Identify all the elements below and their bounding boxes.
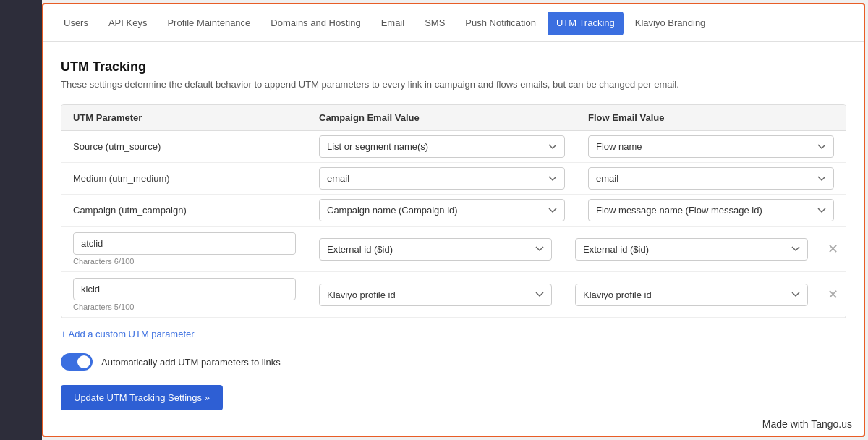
param-input-wrapper-1: Characters 6/100 <box>73 232 296 266</box>
th-campaign: Campaign Email Value <box>307 105 576 130</box>
utm-table: UTM Parameter Campaign Email Value Flow … <box>61 104 846 318</box>
td-campaign-campaign: Campaign name (Campaign id) List or segm… <box>307 195 576 226</box>
page-description: These settings determine the default beh… <box>61 79 846 90</box>
update-settings-button[interactable]: Update UTM Tracking Settings » <box>61 385 223 410</box>
td-flow-campaign: Flow message name (Flow message id) Flow… <box>576 195 846 226</box>
tab-utm-tracking[interactable]: UTM Tracking <box>548 12 624 35</box>
select-campaign-source[interactable]: List or segment name(s) Campaign name (C… <box>319 135 565 158</box>
char-count-1: Characters 6/100 <box>73 257 296 266</box>
table-row-medium: Medium (utm_medium) email List or segmen… <box>61 163 846 195</box>
delete-custom-2-button[interactable]: ✕ <box>820 284 846 305</box>
toggle-slider <box>61 353 93 371</box>
td-custom-param-2: Characters 5/100 <box>61 272 307 317</box>
table-row-custom-1: Characters 6/100 External id ($id) List … <box>61 227 846 272</box>
toggle-label: Automatically add UTM parameters to link… <box>101 357 281 368</box>
char-count-2: Characters 5/100 <box>73 302 296 311</box>
table-row-custom-2: Characters 5/100 Klaviyo profile id List… <box>61 272 846 318</box>
td-campaign-custom-1: External id ($id) List or segment name(s… <box>307 234 563 265</box>
custom-param-input-2[interactable] <box>73 278 296 300</box>
td-campaign-medium: email List or segment name(s) Campaign n… <box>307 163 576 194</box>
tab-email[interactable]: Email <box>373 7 414 40</box>
custom-param-input-1[interactable] <box>73 232 296 255</box>
td-flow-custom-1: External id ($id) Flow name email Flow m… <box>563 234 820 265</box>
utm-toggle[interactable] <box>61 353 93 371</box>
table-row-source: Source (utm_source) List or segment name… <box>61 131 846 163</box>
table-row-campaign: Campaign (utm_campaign) Campaign name (C… <box>61 195 846 227</box>
td-campaign-source: List or segment name(s) Campaign name (C… <box>307 131 576 162</box>
param-input-wrapper-2: Characters 5/100 <box>73 278 296 311</box>
select-campaign-custom-1[interactable]: External id ($id) List or segment name(s… <box>319 238 552 261</box>
sidebar-item-3 <box>0 72 42 109</box>
sidebar-item-2 <box>0 36 42 72</box>
select-flow-custom-2[interactable]: Klaviyo profile id Flow name email Flow … <box>575 284 808 306</box>
add-custom-param-link[interactable]: + Add a custom UTM parameter <box>61 329 195 339</box>
sidebar-item-1 <box>0 0 42 36</box>
tab-domains-hosting[interactable]: Domains and Hosting <box>262 7 369 40</box>
tab-push-notification[interactable]: Push Notification <box>456 7 545 40</box>
select-campaign-custom-2[interactable]: Klaviyo profile id List or segment name(… <box>319 284 552 306</box>
select-flow-source[interactable]: Flow name email Flow message name (Flow … <box>588 135 834 158</box>
left-sidebar <box>0 0 42 440</box>
td-custom-param-1: Characters 6/100 <box>61 227 307 271</box>
th-flow: Flow Email Value <box>576 105 846 130</box>
td-flow-source: Flow name email Flow message name (Flow … <box>576 131 846 162</box>
select-campaign-campaign[interactable]: Campaign name (Campaign id) List or segm… <box>319 199 565 221</box>
select-campaign-medium[interactable]: email List or segment name(s) Campaign n… <box>319 167 565 190</box>
content-area: UTM Tracking These settings determine th… <box>43 42 864 436</box>
td-campaign-custom-2: Klaviyo profile id List or segment name(… <box>307 279 563 310</box>
tab-sms[interactable]: SMS <box>416 7 454 40</box>
select-flow-custom-1[interactable]: External id ($id) Flow name email Flow m… <box>575 238 808 261</box>
tab-api-keys[interactable]: API Keys <box>100 7 156 40</box>
td-flow-medium: email Flow name Flow message name (Flow … <box>576 163 846 194</box>
param-label-source: Source (utm_source) <box>61 134 307 159</box>
param-label-campaign: Campaign (utm_campaign) <box>61 198 307 223</box>
table-header: UTM Parameter Campaign Email Value Flow … <box>61 105 846 131</box>
select-flow-medium[interactable]: email Flow name Flow message name (Flow … <box>588 167 834 190</box>
select-flow-campaign[interactable]: Flow message name (Flow message id) Flow… <box>588 199 834 221</box>
td-flow-custom-2: Klaviyo profile id Flow name email Flow … <box>563 279 820 310</box>
th-param: UTM Parameter <box>61 105 307 130</box>
param-label-medium: Medium (utm_medium) <box>61 166 307 191</box>
main-container: Users API Keys Profile Maintenance Domai… <box>42 3 865 437</box>
sidebar-item-5 <box>0 145 42 181</box>
sidebar-item-4 <box>0 109 42 145</box>
tab-klaviyo-branding[interactable]: Klaviyo Branding <box>626 7 715 40</box>
tango-watermark: Made with Tango.us <box>752 414 862 434</box>
tab-users[interactable]: Users <box>55 7 97 40</box>
toggle-row: Automatically add UTM parameters to link… <box>61 353 846 371</box>
tab-profile-maintenance[interactable]: Profile Maintenance <box>158 7 259 40</box>
delete-custom-1-button[interactable]: ✕ <box>820 238 846 260</box>
tab-navigation: Users API Keys Profile Maintenance Domai… <box>43 4 864 42</box>
page-title: UTM Tracking <box>61 59 846 75</box>
